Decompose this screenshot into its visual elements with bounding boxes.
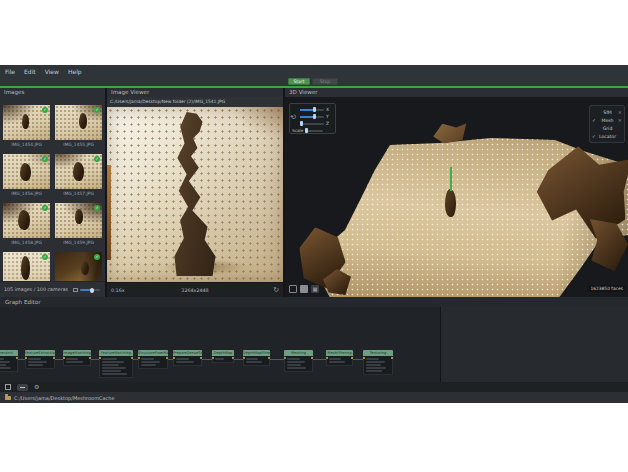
image-viewer-title: Image Viewer — [107, 88, 283, 97]
image-thumbnail[interactable]: ✓IMG_1455.JPG — [55, 105, 102, 148]
thumbnail-size-track[interactable] — [80, 289, 100, 291]
input-pin[interactable] — [284, 357, 286, 359]
axis-slider-y[interactable]: Y — [300, 114, 330, 119]
graph-canvas[interactable]: CameraInitFeatureExtractionImageMatching… — [0, 307, 628, 382]
graph-node-featurematching[interactable]: FeatureMatching — [99, 350, 133, 378]
output-pin[interactable] — [89, 357, 91, 359]
thumbnail-photo[interactable]: ✓ — [55, 154, 102, 189]
menu-edit[interactable]: Edit — [24, 68, 36, 75]
input-pin[interactable] — [99, 357, 101, 359]
image-thumbnail[interactable]: ✓IMG_1454.JPG — [3, 105, 50, 148]
scene-3d[interactable]: ↻ X Y Z Scale — [285, 97, 628, 297]
rotate-icon[interactable]: ↻ — [289, 112, 299, 122]
statue-silhouette — [81, 261, 89, 275]
graph-toolbar: ⚙ — [0, 382, 628, 392]
layer-locator[interactable]: ✓Locator — [592, 132, 622, 140]
input-pin[interactable] — [63, 357, 65, 359]
statue-silhouette — [75, 209, 83, 224]
input-pin[interactable] — [138, 357, 140, 359]
reconstructed-check-icon: ✓ — [94, 254, 100, 260]
thumbnail-photo[interactable]: ✓ — [3, 105, 50, 140]
graph-node-texturing[interactable]: Texturing — [363, 350, 393, 375]
output-pin[interactable] — [351, 357, 353, 359]
graph-node-camerainit[interactable]: CameraInit — [0, 350, 18, 372]
output-pin[interactable] — [53, 357, 55, 359]
menu-file[interactable]: File — [5, 68, 15, 75]
layer-list: SfM×✓Mesh×Grid✓Locator — [589, 105, 625, 143]
graph-node-depthmapfilter[interactable]: DepthMapFilter — [243, 350, 270, 366]
image-thumbnail[interactable]: ✓IMG_1456.JPG — [3, 154, 50, 197]
image-thumbnail[interactable]: ✓IMG_1459.JPG — [55, 203, 102, 246]
statue-silhouette — [21, 256, 30, 280]
node-connection — [270, 359, 284, 360]
thumbnail-size-slider[interactable] — [73, 288, 100, 292]
photo-view[interactable] — [107, 107, 283, 282]
layer-grid[interactable]: Grid — [592, 124, 622, 132]
graph-node-depthmap[interactable]: DepthMap — [212, 350, 234, 363]
statue-silhouette — [18, 210, 30, 230]
graph-node-featureextraction[interactable]: FeatureExtraction — [25, 350, 55, 369]
graph-node-meshing[interactable]: Meshing — [284, 350, 313, 372]
thumbnail-filename: IMG_1454.JPG — [3, 140, 50, 148]
output-pin[interactable] — [16, 357, 18, 359]
input-pin[interactable] — [212, 357, 214, 359]
textured-toggle[interactable]: ▦ — [311, 285, 319, 293]
input-pin[interactable] — [326, 357, 328, 359]
menu-help[interactable]: Help — [68, 68, 82, 75]
menu-view[interactable]: View — [45, 68, 59, 75]
solid-toggle[interactable] — [300, 285, 308, 293]
output-pin[interactable] — [166, 357, 168, 359]
input-pin[interactable] — [25, 357, 27, 359]
gear-icon[interactable]: ⚙ — [34, 383, 39, 391]
input-pin[interactable] — [243, 357, 245, 359]
axis-slider-z[interactable]: Z — [300, 121, 330, 126]
graph-node-meshfiltering[interactable]: MeshFiltering — [326, 350, 353, 366]
reload-icon[interactable]: ↻ — [273, 286, 279, 295]
collapse-nodes-button[interactable] — [17, 384, 28, 391]
graph-node-imagematching[interactable]: ImageMatching — [63, 350, 91, 366]
wireframe-toggle[interactable] — [289, 285, 297, 293]
thumbnail-filename: IMG_1455.JPG — [55, 140, 102, 148]
reconstructed-check-icon: ✓ — [42, 254, 48, 260]
image-thumbnail[interactable]: ✓IMG_1457.JPG — [55, 154, 102, 197]
image-count-label: 105 images / 100 cameras — [0, 287, 68, 292]
output-pin[interactable] — [311, 357, 313, 359]
thumbnail-photo[interactable]: ✓ — [55, 203, 102, 238]
stop-button[interactable]: Stop — [312, 78, 338, 85]
screenshot-canvas: FileEditViewHelp Start Stop Images ✓IMG_… — [0, 0, 628, 472]
folder-icon — [5, 396, 11, 400]
thumbnail-size-knob[interactable] — [90, 288, 94, 293]
cache-path-label: C:/Users/jama/Desktop/MeshroomCache — [14, 395, 115, 401]
output-pin[interactable] — [391, 357, 393, 359]
reconstructed-check-icon: ✓ — [94, 156, 100, 162]
close-icon[interactable]: × — [617, 117, 622, 123]
graph-node-structurefrommotion[interactable]: StructureFromMotion — [138, 350, 168, 369]
layer-mesh[interactable]: ✓Mesh× — [592, 116, 622, 124]
output-pin[interactable] — [232, 357, 234, 359]
graph-node-preparedensescene[interactable]: PrepareDenseScene — [173, 350, 202, 366]
thumbnail-filename: IMG_1456.JPG — [3, 189, 50, 197]
node-connection — [18, 359, 25, 360]
input-pin[interactable] — [363, 357, 365, 359]
trackball-controls[interactable]: ↻ X Y Z Scale — [289, 103, 336, 134]
images-panel: Images ✓IMG_1454.JPG✓IMG_1455.JPG✓IMG_14… — [0, 88, 105, 297]
thumbnail-photo[interactable]: ✓ — [55, 105, 102, 140]
image-thumbnail[interactable]: ✓IMG_1458.JPG — [3, 203, 50, 246]
layer-sfm[interactable]: SfM× — [592, 108, 622, 116]
axis-slider-x[interactable]: X — [300, 107, 330, 112]
thumbnail-filename: IMG_1457.JPG — [55, 189, 102, 197]
output-pin[interactable] — [131, 357, 133, 359]
close-icon[interactable]: × — [617, 109, 622, 115]
output-pin[interactable] — [200, 357, 202, 359]
scale-slider[interactable]: Scale — [292, 128, 323, 133]
thumbnail-filename: IMG_1459.JPG — [55, 238, 102, 246]
node-attributes-pane — [440, 307, 628, 382]
thumbnail-photo[interactable]: ✓ — [3, 154, 50, 189]
fit-view-icon[interactable] — [5, 384, 11, 390]
input-pin[interactable] — [173, 357, 175, 359]
thumbnail-grid: ✓IMG_1454.JPG✓IMG_1455.JPG✓IMG_1456.JPG✓… — [3, 97, 105, 283]
toolbar: Start Stop — [0, 77, 628, 86]
thumbnail-photo[interactable]: ✓ — [3, 203, 50, 238]
start-button[interactable]: Start — [288, 78, 310, 85]
output-pin[interactable] — [268, 357, 270, 359]
